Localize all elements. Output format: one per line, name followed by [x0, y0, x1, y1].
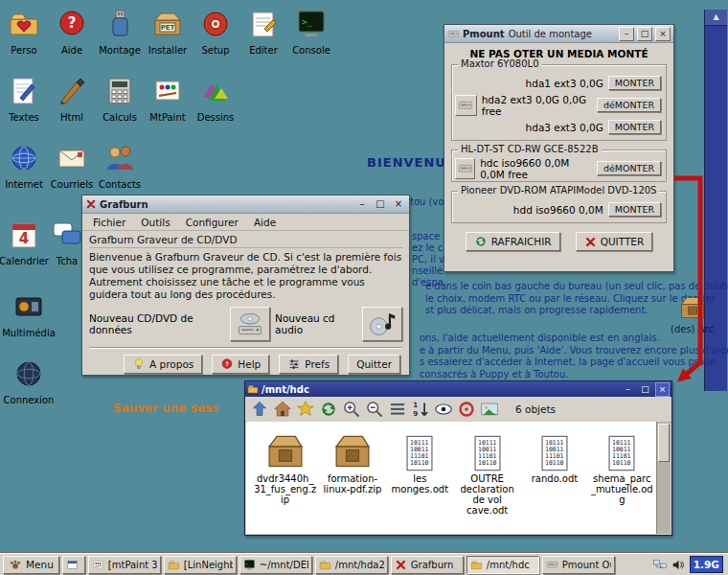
task-button-pmount-out[interactable]: Pmount Out — [542, 556, 615, 574]
file-outre-declaration-de-vol-cave-odt[interactable]: 10111100111110110110OUTRE declaration de… — [456, 426, 518, 516]
maximize-button[interactable]: □ — [638, 382, 652, 397]
demonter-button[interactable]: déMONTER — [597, 98, 661, 112]
menu-item-configurer[interactable]: Configurer — [179, 216, 245, 229]
eye-button[interactable] — [433, 399, 454, 420]
network-icon[interactable] — [652, 557, 668, 572]
folder-icon — [470, 559, 483, 571]
maximize-button[interactable]: □ — [373, 197, 388, 212]
target-button[interactable] — [456, 399, 477, 420]
desktop-icon-html[interactable]: Html — [45, 75, 99, 123]
scroll-up-icon[interactable] — [705, 10, 727, 26]
menu-item-aide[interactable]: Aide — [247, 216, 283, 229]
maximize-button[interactable]: □ — [637, 27, 652, 41]
grafburn-titlebar[interactable]: Grafburn – □ × — [82, 196, 409, 214]
filer-app-icon — [247, 383, 259, 395]
desktop-icon-connexion[interactable]: Connexion — [2, 357, 56, 405]
minimize-button[interactable]: – — [354, 197, 370, 212]
task-button-mtpaint-3-19[interactable]: [mtPaint 3.19 — [88, 556, 161, 574]
new-audio-cd-button[interactable] — [362, 307, 402, 341]
pmount-actions: RAFRAICHIR QUITTER — [444, 232, 673, 251]
image-button[interactable] — [479, 399, 500, 420]
desktop-icon-label: Editer — [237, 45, 290, 56]
close-button[interactable]: × — [655, 27, 671, 41]
file-formation-linux-pdf-zip[interactable]: formation-linux-pdf.zip — [321, 426, 383, 494]
device-row: hda2 ext3 0,0G 0,0G freedéMONTER — [455, 94, 663, 116]
grafburn-frame-title: Grafburn Graveur de CD/DVD — [89, 234, 402, 248]
archives-desktop-icon[interactable] — [678, 293, 707, 326]
task-button-window[interactable] — [62, 556, 85, 574]
close-button[interactable]: × — [655, 382, 670, 397]
svg-text:10110: 10110 — [410, 459, 429, 467]
list-view-button[interactable] — [387, 399, 408, 420]
grafburn-button-prefs[interactable]: Prefs — [279, 355, 338, 374]
palette-icon — [151, 75, 184, 107]
monter-button[interactable]: MONTER — [608, 120, 661, 134]
grafburn-button-a-propos[interactable]: A propos — [124, 355, 202, 374]
chat-icon — [51, 218, 83, 251]
close-button[interactable]: × — [391, 197, 406, 212]
cd-drive-icon — [236, 310, 264, 338]
desktop-icon-multim-dia[interactable]: Multimédia — [2, 290, 56, 338]
desktop-icon-calculs[interactable]: Calculs — [93, 75, 147, 123]
zoom-in-button[interactable] — [341, 399, 362, 420]
desktop-icon-contacts[interactable]: Contacts — [93, 142, 147, 190]
drive-eject-button[interactable] — [455, 95, 477, 116]
task-button-grafburn[interactable]: Grafburn — [391, 556, 464, 574]
archives-label: (des) Arc — [671, 324, 714, 334]
svg-text:1: 1 — [413, 401, 418, 409]
task-button-linneighbor[interactable]: [LinNeighbor — [164, 556, 237, 574]
drive-eject-button[interactable] — [455, 158, 475, 179]
pmount-title: PmountOutil de montage — [463, 29, 592, 39]
desktop-icon-installer[interactable]: PETInstaller — [141, 8, 194, 56]
minimize-button[interactable]: – — [621, 382, 635, 397]
desktop-icon-montage[interactable]: Montage — [93, 8, 147, 56]
demonter-button[interactable]: déMONTER — [597, 161, 661, 175]
task-button-mnt-hda2-la[interactable]: /mnt/hda2/la — [315, 556, 388, 574]
grafburn-button-help[interactable]: ?Help — [212, 355, 269, 374]
sort-button[interactable]: 19 — [410, 399, 431, 420]
scrollbar[interactable] — [656, 422, 671, 534]
menu-item-outils[interactable]: Outils — [134, 216, 176, 229]
minimize-button[interactable]: – — [619, 27, 634, 41]
task-button-mnt-hdc[interactable]: /mnt/hdc — [466, 556, 539, 574]
file-dvdr3440h-31-fus-eng-zip[interactable]: dvdr3440h_31_fus_eng.zip — [254, 426, 316, 505]
pmount-titlebar[interactable]: PmountOutil de montage – □ × — [444, 25, 673, 43]
home-button[interactable] — [272, 399, 293, 420]
task-button-label: /mnt/hda2/la — [335, 560, 384, 570]
file-les-monges-odt[interactable]: 10111100111110110110les monges.odt — [389, 426, 451, 494]
desktop-icon-perso[interactable]: Perso — [0, 8, 51, 56]
desktop-icon-console[interactable]: >_Console — [284, 8, 338, 56]
device-info: hdd iso9660 0,0M — [513, 204, 603, 216]
refresh-button[interactable]: RAFRAICHIR — [466, 232, 560, 251]
scrollbar-thumb[interactable] — [658, 424, 670, 462]
file-shema-parc-mutuelle-odg[interactable]: 10111100111110110110shema_parc_mutuelle.… — [591, 426, 653, 505]
quit-button[interactable]: QUITTER — [576, 232, 653, 251]
desktop-icon-mtpaint[interactable]: MtPaint — [141, 75, 194, 123]
file-rando-odt[interactable]: 10111100111110110110rando.odt — [523, 426, 585, 484]
monter-button[interactable]: MONTER — [608, 202, 661, 217]
task-button-mnt-debiu[interactable]: >_~/mnt/DEBIU — [239, 556, 312, 574]
filer-titlebar[interactable]: /mnt/hdc – □ × — [245, 381, 671, 397]
grafburn-button-quitter[interactable]: Quitter — [348, 355, 400, 374]
desktop-icon-editer[interactable]: Editer — [237, 8, 290, 56]
new-data-cd-button[interactable] — [230, 307, 270, 341]
zoom-out-button[interactable] — [364, 399, 385, 420]
bookmark-button[interactable] — [295, 399, 316, 420]
device-row: hda3 ext3 0,0GMONTER — [455, 116, 663, 138]
menu-item-fichier[interactable]: Fichier — [86, 216, 132, 229]
desktop-icon-setup[interactable]: Setup — [189, 8, 242, 56]
refresh-button[interactable] — [318, 399, 339, 420]
desktop-icon-courriels[interactable]: Courriels — [45, 142, 99, 190]
speaker-icon[interactable] — [671, 558, 686, 572]
grafburn-button-row: A propos?HelpPrefsQuitter — [89, 355, 402, 374]
menu-button[interactable]: Menu — [3, 556, 59, 574]
desktop-icon-aide[interactable]: ?Aide — [45, 8, 99, 56]
desktop-icon-textes[interactable]: Textes — [0, 75, 51, 123]
calendar-icon: 4 — [8, 218, 40, 251]
desktop-icon-dessins[interactable]: Dessins — [189, 75, 242, 123]
triangles-icon — [199, 75, 232, 107]
up-button[interactable] — [249, 399, 270, 420]
monter-button[interactable]: MONTER — [608, 76, 661, 90]
desktop-icon-internet[interactable]: Internet — [0, 142, 51, 190]
desktop-welcome-title: BIENVENUE — [367, 155, 456, 170]
